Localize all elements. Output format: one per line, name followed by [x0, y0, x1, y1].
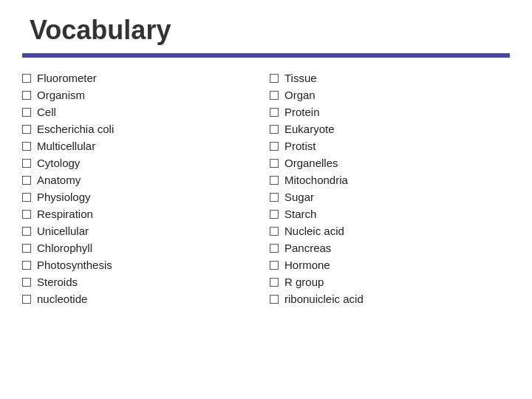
vocab-term: Respiration — [37, 208, 93, 220]
bullet-icon — [270, 193, 279, 202]
list-item: Physiology — [22, 188, 262, 205]
list-item: Protein — [270, 103, 510, 120]
vocab-term: Organ — [284, 89, 316, 101]
vocab-term: Starch — [284, 208, 316, 220]
bullet-icon — [270, 142, 279, 151]
list-item: Sugar — [270, 188, 510, 205]
bullet-icon — [22, 125, 31, 134]
bullet-icon — [270, 278, 279, 287]
list-item: Organelles — [270, 154, 510, 171]
list-item: Steroids — [22, 273, 262, 290]
bullet-icon — [22, 244, 31, 253]
vocab-term: Unicellular — [37, 225, 89, 237]
bullet-icon — [22, 91, 31, 100]
left-column: FluorometerOrganismCellEscherichia coliM… — [22, 69, 262, 384]
vocab-term: Cytology — [37, 157, 80, 169]
list-item: Organism — [22, 86, 262, 103]
title-divider — [22, 53, 510, 58]
vocab-term: Organism — [37, 89, 85, 101]
bullet-icon — [270, 125, 279, 134]
vocab-term: Photosynthesis — [37, 259, 112, 271]
list-item: nucleotide — [22, 290, 262, 307]
bullet-icon — [270, 176, 279, 185]
bullet-icon — [270, 159, 279, 168]
list-item: Anatomy — [22, 171, 262, 188]
list-item: Unicellular — [22, 222, 262, 239]
bullet-icon — [22, 159, 31, 168]
vocab-term: Steroids — [37, 276, 78, 288]
vocab-term: Physiology — [37, 191, 91, 203]
list-item: Tissue — [270, 69, 510, 86]
vocab-term: Nucleic acid — [284, 225, 344, 237]
vocab-term: Protist — [284, 140, 316, 152]
bullet-icon — [270, 295, 279, 304]
page-title: Vocabulary — [22, 15, 510, 46]
list-item: Chlorophyll — [22, 239, 262, 256]
list-item: R group — [270, 273, 510, 290]
bullet-icon — [270, 74, 279, 83]
vocab-term: Sugar — [284, 191, 314, 203]
bullet-icon — [22, 278, 31, 287]
vocab-term: Organelles — [284, 157, 338, 169]
vocab-term: Escherichia coli — [37, 123, 114, 135]
bullet-icon — [22, 261, 31, 270]
bullet-icon — [270, 227, 279, 236]
list-item: Photosynthesis — [22, 256, 262, 273]
bullet-icon — [22, 74, 31, 83]
list-item: Protist — [270, 137, 510, 154]
right-column: TissueOrganProteinEukaryoteProtistOrgane… — [270, 69, 510, 384]
bullet-icon — [270, 108, 279, 117]
bullet-icon — [22, 142, 31, 151]
list-item: ribonuicleic acid — [270, 290, 510, 307]
vocab-term: R group — [284, 276, 324, 288]
list-item: Starch — [270, 205, 510, 222]
list-item: Cell — [22, 103, 262, 120]
list-item: Cytology — [22, 154, 262, 171]
vocab-term: ribonuicleic acid — [284, 293, 364, 305]
bullet-icon — [22, 210, 31, 219]
vocab-term: Cell — [37, 106, 56, 118]
bullet-icon — [270, 91, 279, 100]
vocab-term: nucleotide — [37, 293, 87, 305]
page: Vocabulary FluorometerOrganismCellEscher… — [0, 0, 532, 399]
vocab-term: Chlorophyll — [37, 242, 92, 254]
vocab-term: Anatomy — [37, 174, 81, 186]
list-item: Multicellular — [22, 137, 262, 154]
bullet-icon — [270, 261, 279, 270]
bullet-icon — [270, 244, 279, 253]
list-item: Organ — [270, 86, 510, 103]
vocab-term: Pancreas — [284, 242, 331, 254]
bullet-icon — [22, 193, 31, 202]
list-item: Nucleic acid — [270, 222, 510, 239]
bullet-icon — [22, 227, 31, 236]
vocab-term: Hormone — [284, 259, 330, 271]
vocab-term: Mitochondria — [284, 174, 348, 186]
bullet-icon — [270, 210, 279, 219]
bullet-icon — [22, 295, 31, 304]
bullet-icon — [22, 176, 31, 185]
vocab-term: Fluorometer — [37, 72, 97, 84]
vocab-columns: FluorometerOrganismCellEscherichia coliM… — [22, 69, 510, 384]
list-item: Mitochondria — [270, 171, 510, 188]
list-item: Hormone — [270, 256, 510, 273]
bullet-icon — [22, 108, 31, 117]
list-item: Pancreas — [270, 239, 510, 256]
vocab-term: Eukaryote — [284, 123, 335, 135]
list-item: Respiration — [22, 205, 262, 222]
vocab-term: Multicellular — [37, 140, 95, 152]
list-item: Fluorometer — [22, 69, 262, 86]
list-item: Escherichia coli — [22, 120, 262, 137]
vocab-term: Protein — [284, 106, 320, 118]
vocab-term: Tissue — [284, 72, 317, 84]
list-item: Eukaryote — [270, 120, 510, 137]
